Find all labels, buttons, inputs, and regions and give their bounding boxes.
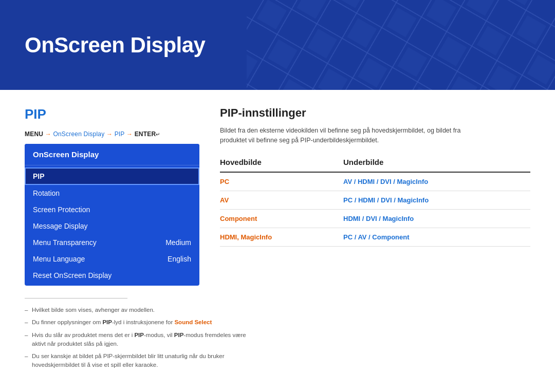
svg-rect-2: [247, 0, 555, 90]
enter-label: ENTER: [135, 130, 156, 138]
row2-sub: PC / HDMI / DVI / MagicInfo: [343, 196, 530, 204]
note-3: Hvis du slår av produktet mens det er i …: [25, 331, 251, 349]
table-row: AV PC / HDMI / DVI / MagicInfo: [220, 191, 530, 210]
row4-sub: PC / AV / Component: [343, 233, 530, 241]
col-sub-header: Underbilde: [343, 158, 530, 166]
menu-path: MENU → OnScreen Display → PIP → ENTER↵: [25, 130, 199, 138]
main-content: PIP MENU → OnScreen Display → PIP → ENTE…: [0, 90, 555, 298]
page-title: OnScreen Display: [25, 33, 205, 58]
menu-label: MENU: [25, 130, 43, 138]
pip-description: Bildet fra den eksterne videokilden vil …: [220, 126, 487, 145]
menu-item-menu-language[interactable]: Menu Language English: [25, 251, 199, 267]
notes-divider: [25, 298, 127, 298]
right-panel: PIP-innstillinger Bildet fra den ekstern…: [220, 106, 530, 286]
row1-main: PC: [220, 178, 343, 185]
table-row: PC AV / HDMI / DVI / MagicInfo: [220, 173, 530, 191]
osd-menu-items: PIP Rotation Screen Protection Message D…: [25, 165, 199, 286]
menu-item-reset-onscreen-label: Reset OnScreen Display: [33, 271, 112, 279]
menu-item-menu-transparency-label: Menu Transparency: [33, 238, 97, 247]
note-4: Du ser kanskje at bildet på PIP-skjermbi…: [25, 352, 251, 370]
row2-main: AV: [220, 196, 343, 204]
onscreen-display-path: OnScreen Display: [53, 130, 104, 138]
table-headers: Hovedbilde Underbilde: [220, 158, 530, 173]
left-panel: PIP MENU → OnScreen Display → PIP → ENTE…: [25, 106, 199, 286]
note-1: Hvilket bilde som vises, avhenger av mod…: [25, 306, 251, 314]
menu-item-pip[interactable]: PIP: [25, 167, 199, 185]
pip-heading: PIP: [25, 106, 199, 122]
row3-main: Component: [220, 215, 343, 222]
table-row: HDMI, MagicInfo PC / AV / Component: [220, 228, 530, 247]
pip-path: PIP: [115, 130, 125, 138]
menu-item-menu-transparency-value: Medium: [165, 238, 191, 247]
menu-item-reset-onscreen[interactable]: Reset OnScreen Display: [25, 267, 199, 284]
menu-item-screen-protection[interactable]: Screen Protection: [25, 201, 199, 218]
note-2: Du finner opplysninger om PIP-lyd i inst…: [25, 318, 251, 327]
table-row: Component HDMI / DVI / MagicInfo: [220, 210, 530, 228]
pip-settings-heading: PIP-innstillinger: [220, 106, 530, 120]
page-header: OnScreen Display: [0, 0, 555, 90]
menu-item-message-display[interactable]: Message Display: [25, 218, 199, 234]
menu-item-message-display-label: Message Display: [33, 222, 88, 230]
menu-item-menu-language-value: English: [168, 255, 191, 263]
bottom-notes: Hvilket bilde som vises, avhenger av mod…: [0, 298, 555, 386]
menu-item-screen-protection-label: Screen Protection: [33, 206, 90, 214]
col-main-header: Hovedbilde: [220, 158, 343, 166]
osd-menu-header: OnScreen Display: [25, 144, 199, 165]
row3-sub: HDMI / DVI / MagicInfo: [343, 215, 530, 222]
menu-item-menu-transparency[interactable]: Menu Transparency Medium: [25, 234, 199, 251]
menu-item-menu-language-label: Menu Language: [33, 255, 85, 263]
row4-main: HDMI, MagicInfo: [220, 233, 343, 241]
menu-item-rotation-label: Rotation: [33, 189, 60, 197]
osd-menu-box: OnScreen Display PIP Rotation Screen Pro…: [25, 144, 199, 286]
row1-sub: AV / HDMI / DVI / MagicInfo: [343, 178, 530, 185]
menu-item-pip-label: PIP: [33, 172, 45, 180]
menu-item-rotation[interactable]: Rotation: [25, 185, 199, 201]
